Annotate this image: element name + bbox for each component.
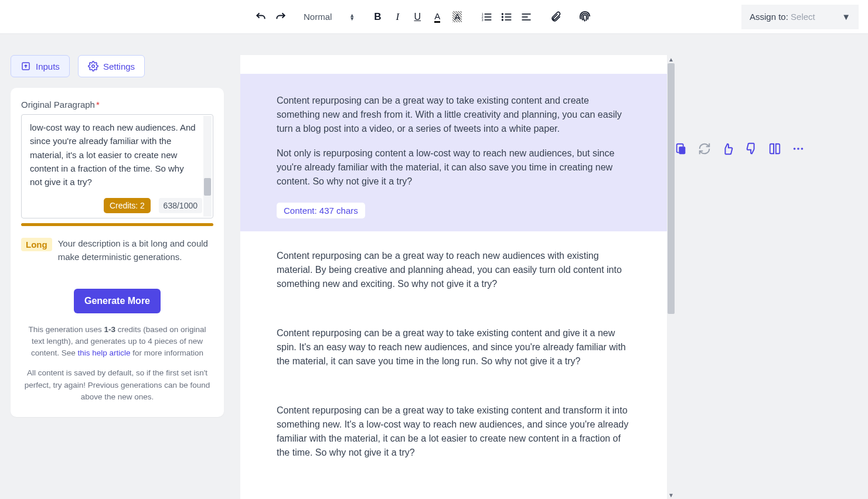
- save-info-text: All content is saved by default, so if t…: [21, 367, 213, 403]
- tab-settings[interactable]: Settings: [78, 55, 145, 77]
- generate-more-button[interactable]: Generate More: [74, 289, 161, 313]
- ordered-list-button[interactable]: 123: [480, 11, 493, 23]
- output-paragraph: Content repurposing can be a great way t…: [277, 94, 631, 136]
- output-block[interactable]: Content repurposing can be a great way t…: [240, 309, 667, 386]
- output-scroll-area[interactable]: Content repurposing can be a great way t…: [240, 55, 667, 499]
- credits-badge: Credits: 2: [104, 198, 151, 213]
- output-block[interactable]: Content repurposing can be a great way t…: [240, 386, 667, 477]
- svg-point-6: [502, 13, 503, 15]
- svg-rect-9: [505, 13, 512, 15]
- original-paragraph-textarea[interactable]: low-cost way to reach new audiences. And…: [21, 114, 213, 218]
- editor-toolbar: Normal ▲▼ B I U A A 123 Assign to: Selec…: [0, 0, 868, 34]
- svg-rect-13: [522, 16, 528, 18]
- svg-point-7: [502, 16, 503, 18]
- output-paragraph: Content repurposing can be a great way t…: [277, 404, 631, 460]
- copy-button[interactable]: [674, 142, 688, 156]
- char-counter: 638/1000: [159, 198, 202, 213]
- attachment-button[interactable]: [549, 11, 562, 23]
- italic-button[interactable]: I: [391, 11, 404, 23]
- scroll-up-arrow[interactable]: ▲: [667, 55, 675, 63]
- svg-rect-17: [679, 146, 685, 154]
- length-warning-badge: Long: [21, 238, 52, 251]
- input-panel: Original Paragraph* low-cost way to reac…: [11, 88, 224, 417]
- length-warning-text: Your description is a bit long and could…: [58, 237, 213, 264]
- fingerprint-button[interactable]: [578, 11, 591, 23]
- redo-button[interactable]: [274, 11, 287, 23]
- output-document: Content repurposing can be a great way t…: [240, 55, 667, 499]
- length-progress-bar: [21, 223, 213, 226]
- input-label: Original Paragraph: [21, 100, 95, 110]
- svg-rect-14: [522, 19, 531, 20]
- unordered-list-button[interactable]: [500, 11, 513, 23]
- output-paragraph: Content repurposing can be a great way t…: [277, 326, 631, 368]
- svg-rect-1: [485, 16, 492, 18]
- char-count-badge: Content: 437 chars: [277, 203, 365, 218]
- svg-rect-11: [505, 19, 512, 20]
- gear-icon: [88, 61, 98, 71]
- highlight-button[interactable]: A: [451, 11, 464, 23]
- scroll-down-arrow[interactable]: ▼: [667, 491, 675, 499]
- bold-button[interactable]: B: [371, 11, 384, 23]
- regenerate-button[interactable]: [697, 142, 712, 156]
- svg-point-18: [794, 148, 796, 150]
- more-button[interactable]: [791, 142, 805, 156]
- chevron-updown-icon: ▲▼: [349, 13, 355, 20]
- svg-point-16: [92, 65, 95, 68]
- svg-point-8: [502, 19, 503, 20]
- svg-rect-10: [505, 16, 512, 18]
- text-color-button[interactable]: A: [431, 11, 444, 23]
- format-select-label: Normal: [304, 12, 332, 22]
- undo-button[interactable]: [254, 11, 267, 23]
- format-select[interactable]: Normal ▲▼: [304, 12, 355, 22]
- upload-icon: [21, 61, 31, 71]
- svg-point-19: [797, 148, 799, 150]
- thumbs-up-button[interactable]: [721, 142, 735, 156]
- credits-info-text: This generation uses 1-3 credits (based …: [21, 324, 213, 360]
- sidebar: Inputs Settings Original Paragraph* low-…: [11, 55, 224, 417]
- library-button[interactable]: [768, 142, 782, 156]
- svg-rect-0: [485, 13, 492, 15]
- assign-to-placeholder: Select: [791, 12, 815, 22]
- chevron-down-icon: ▼: [842, 12, 850, 22]
- tab-settings-label: Settings: [103, 61, 135, 71]
- textarea-scrollbar[interactable]: [203, 116, 212, 217]
- svg-point-20: [801, 148, 804, 150]
- output-actions: [674, 142, 805, 156]
- output-block[interactable]: Content repurposing can be a great way t…: [240, 231, 667, 309]
- help-article-link[interactable]: this help article: [77, 348, 130, 357]
- assign-to-label: Assign to:: [750, 12, 788, 22]
- tab-inputs-label: Inputs: [36, 61, 60, 71]
- output-paragraph: Not only is repurposing content a low-co…: [277, 146, 631, 189]
- tab-inputs[interactable]: Inputs: [11, 55, 70, 77]
- scroll-thumb[interactable]: [668, 63, 675, 314]
- output-block[interactable]: Content repurposing can be a great way t…: [240, 74, 667, 231]
- align-button[interactable]: [520, 11, 533, 23]
- required-star: *: [96, 100, 100, 110]
- assign-to-select[interactable]: Assign to: Select ▼: [741, 5, 859, 29]
- underline-button[interactable]: U: [411, 11, 424, 23]
- main-workspace: Inputs Settings Original Paragraph* low-…: [0, 34, 868, 499]
- svg-rect-12: [522, 13, 531, 15]
- thumbs-down-button[interactable]: [744, 142, 758, 156]
- svg-rect-2: [485, 19, 492, 20]
- output-paragraph: Content repurposing can be a great way t…: [277, 249, 631, 291]
- doc-scrollbar[interactable]: ▲ ▼: [667, 55, 675, 499]
- svg-text:3: 3: [482, 18, 484, 21]
